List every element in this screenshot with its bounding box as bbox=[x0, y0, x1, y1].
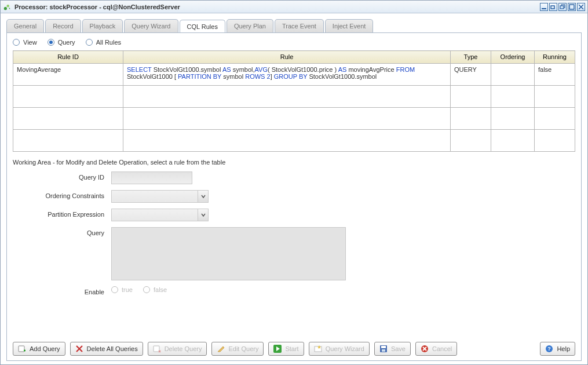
delete-all-icon bbox=[75, 345, 83, 353]
edit-query-button: Edit Query bbox=[211, 342, 264, 356]
delete-all-queries-button[interactable]: Delete All Queries bbox=[70, 342, 143, 356]
cql-app-icon bbox=[3, 3, 11, 11]
view-radio-view[interactable]: View bbox=[13, 39, 37, 46]
tab-playback[interactable]: Playback bbox=[82, 19, 123, 32]
partition-expression-select[interactable] bbox=[111, 209, 209, 221]
save-icon bbox=[379, 345, 388, 353]
col-header[interactable]: Rule bbox=[123, 51, 451, 64]
svg-rect-5 bbox=[560, 6, 564, 9]
add-icon bbox=[18, 345, 26, 353]
chevron-down-icon[interactable] bbox=[198, 209, 208, 221]
svg-rect-2 bbox=[542, 8, 546, 9]
tab-general[interactable]: General bbox=[6, 19, 44, 32]
query-id-input[interactable] bbox=[111, 171, 192, 184]
add-query-button[interactable]: Add Query bbox=[13, 342, 65, 356]
delete-query-button: Delete Query bbox=[148, 342, 207, 356]
query-textarea[interactable] bbox=[111, 227, 346, 280]
table-row[interactable]: MovingAverageSELECT StockVolGt1000.symbo… bbox=[13, 64, 575, 86]
ordering-constraints-label: Ordering Constraints bbox=[13, 190, 111, 199]
start-button: Start bbox=[268, 342, 304, 356]
tab-query-plan[interactable]: Query Plan bbox=[227, 19, 273, 32]
enable-false-radio: false bbox=[143, 286, 167, 293]
close-button[interactable] bbox=[577, 3, 585, 11]
tab-cql-rules[interactable]: CQL Rules bbox=[180, 20, 225, 33]
view-mode-radios: ViewQueryAll Rules bbox=[13, 39, 575, 46]
table-row[interactable] bbox=[13, 130, 575, 152]
view-radio-all-rules[interactable]: All Rules bbox=[86, 39, 121, 46]
svg-rect-12 bbox=[381, 346, 386, 348]
edit-icon bbox=[217, 345, 225, 353]
working-area-hint: Working Area - for Modify and Delete Ope… bbox=[13, 159, 575, 166]
svg-point-1 bbox=[7, 5, 9, 7]
save-button: Save bbox=[374, 342, 411, 356]
help-button[interactable]: ? Help bbox=[540, 342, 575, 356]
tab-inject-event[interactable]: Inject Event bbox=[325, 19, 373, 32]
view-radio-query[interactable]: Query bbox=[48, 39, 75, 46]
query-label: Query bbox=[13, 227, 111, 236]
query-wizard-button: Query Wizard bbox=[309, 342, 370, 356]
tab-trace-event[interactable]: Trace Event bbox=[275, 19, 324, 32]
cancel-button: Cancel bbox=[415, 342, 457, 356]
col-header[interactable]: Running bbox=[535, 51, 575, 64]
svg-rect-7 bbox=[19, 346, 24, 352]
delete-icon bbox=[153, 345, 161, 353]
svg-rect-10 bbox=[315, 346, 322, 352]
enable-label: Enable bbox=[13, 286, 111, 295]
minimize-icon bbox=[541, 4, 547, 10]
window-controls bbox=[540, 3, 585, 11]
play-icon bbox=[273, 345, 282, 353]
tab-query-wizard[interactable]: Query Wizard bbox=[124, 19, 178, 32]
svg-rect-13 bbox=[382, 349, 385, 352]
restore-down-button[interactable] bbox=[549, 3, 557, 11]
table-row[interactable] bbox=[13, 108, 575, 130]
ordering-constraints-select[interactable] bbox=[111, 190, 209, 203]
table-row[interactable] bbox=[13, 86, 575, 108]
maximize-button[interactable] bbox=[568, 3, 576, 11]
close-icon bbox=[578, 4, 584, 10]
client-area: GeneralRecordPlaybackQuery WizardCQL Rul… bbox=[1, 13, 587, 364]
enable-true-radio: true bbox=[111, 286, 133, 293]
partition-expression-label: Partition Expression bbox=[13, 209, 111, 218]
wizard-icon bbox=[314, 345, 322, 353]
titlebar: Processor: stockProcessor - cql@NonClust… bbox=[1, 1, 587, 13]
window-title: Processor: stockProcessor - cql@NonClust… bbox=[14, 3, 540, 10]
svg-rect-6 bbox=[569, 5, 574, 9]
col-header[interactable]: Rule ID bbox=[13, 51, 123, 64]
restore-button[interactable] bbox=[558, 3, 567, 11]
restore-down-icon bbox=[550, 4, 556, 10]
query-id-label: Query ID bbox=[13, 171, 111, 181]
col-header[interactable]: Ordering bbox=[491, 51, 535, 64]
chevron-down-icon[interactable] bbox=[198, 191, 208, 202]
svg-text:?: ? bbox=[548, 346, 552, 352]
minimize-button[interactable] bbox=[540, 3, 548, 11]
cql-rules-pane: ViewQueryAll Rules Rule IDRuleTypeOrderi… bbox=[6, 32, 582, 361]
svg-point-0 bbox=[4, 7, 7, 10]
cancel-icon bbox=[421, 345, 429, 353]
maximize-icon bbox=[569, 4, 575, 10]
restore-icon bbox=[560, 4, 565, 10]
tab-strip: GeneralRecordPlaybackQuery WizardCQL Rul… bbox=[6, 19, 582, 32]
bottom-toolbar: Add Query Delete All Queries Delete Quer… bbox=[13, 342, 575, 356]
svg-rect-3 bbox=[551, 6, 554, 9]
tab-record[interactable]: Record bbox=[45, 19, 81, 32]
col-header[interactable]: Type bbox=[451, 51, 491, 64]
processor-window: Processor: stockProcessor - cql@NonClust… bbox=[0, 0, 588, 365]
help-icon: ? bbox=[545, 345, 553, 353]
rules-table: Rule IDRuleTypeOrderingRunning MovingAve… bbox=[13, 50, 575, 152]
